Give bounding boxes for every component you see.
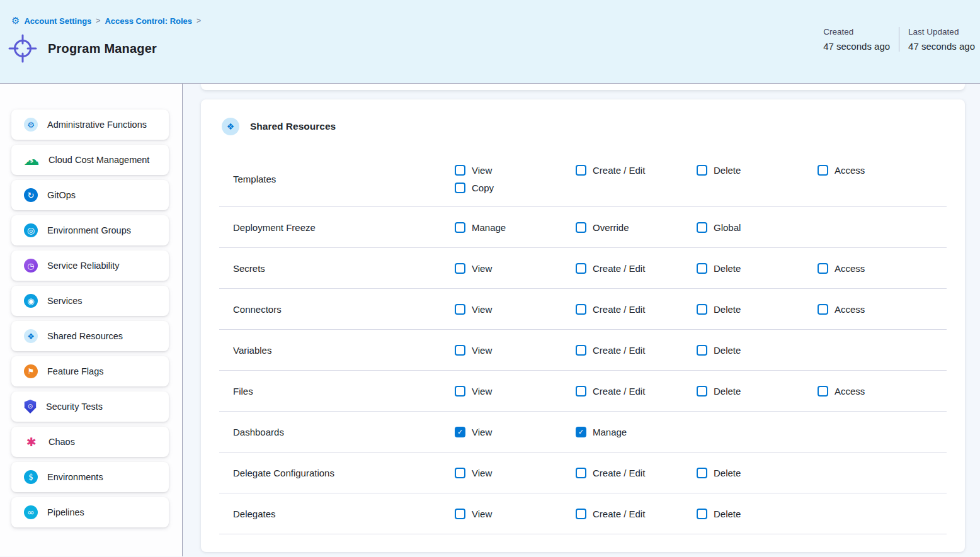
environment-groups-icon: ◎ bbox=[24, 223, 38, 237]
checkbox-dashboards-view[interactable] bbox=[455, 427, 465, 437]
checkbox-files-delete[interactable] bbox=[697, 386, 707, 397]
sidebar-item-pipelines[interactable]: ∞ Pipelines bbox=[11, 497, 169, 527]
sidebar-item-security-tests[interactable]: ⊙ Security Tests bbox=[11, 391, 169, 422]
sidebar-item-label: Services bbox=[47, 296, 83, 306]
sidebar-item-service-reliability[interactable]: ◷ Service Reliability bbox=[11, 250, 169, 281]
permission-option-label: Create / Edit bbox=[593, 468, 645, 478]
permission-option: View bbox=[455, 427, 576, 437]
permission-option: Delete bbox=[697, 509, 818, 519]
checkbox-delegates-delete[interactable] bbox=[697, 509, 707, 519]
checkbox-deployment-freeze-global[interactable] bbox=[697, 222, 707, 233]
checkbox-files-access[interactable] bbox=[818, 386, 828, 397]
permission-option: Manage bbox=[455, 222, 576, 233]
sidebar-item-shared-resources[interactable]: ❖ Shared Resources bbox=[11, 321, 169, 351]
checkbox-templates-create-edit[interactable] bbox=[576, 165, 586, 176]
sidebar-item-cloud-cost-management[interactable]: ☁$ Cloud Cost Management bbox=[11, 145, 169, 175]
permission-option: Create / Edit bbox=[576, 165, 697, 176]
permission-option: Delete bbox=[697, 386, 818, 397]
checkbox-secrets-create-edit[interactable] bbox=[576, 263, 586, 274]
checkbox-variables-delete[interactable] bbox=[697, 345, 707, 356]
permission-options: View Create / Edit Delete Access bbox=[455, 304, 938, 315]
permission-option: View bbox=[455, 263, 576, 274]
permission-options: Manage Override Global bbox=[455, 222, 818, 233]
sidebar-item-label: Pipelines bbox=[47, 507, 84, 517]
checkbox-connectors-access[interactable] bbox=[818, 304, 828, 315]
checkbox-delegates-view[interactable] bbox=[455, 509, 465, 519]
sidebar-item-label: Shared Resources bbox=[47, 331, 123, 341]
checkbox-secrets-delete[interactable] bbox=[697, 263, 707, 274]
checkbox-secrets-view[interactable] bbox=[455, 263, 465, 274]
checkbox-delegate-configurations-create-edit[interactable] bbox=[576, 468, 586, 478]
checkbox-delegate-configurations-delete[interactable] bbox=[697, 468, 707, 478]
permission-option-label: Access bbox=[835, 304, 865, 315]
permission-option-label: View bbox=[472, 263, 492, 274]
sidebar-item-environments[interactable]: $ Environments bbox=[11, 462, 169, 492]
sidebar-item-label: Security Tests bbox=[46, 402, 103, 412]
checkbox-templates-copy[interactable] bbox=[455, 183, 465, 193]
permission-option-label: Manage bbox=[472, 222, 506, 233]
permission-option: Copy bbox=[455, 183, 576, 193]
checkbox-deployment-freeze-override[interactable] bbox=[576, 222, 586, 233]
checkbox-files-view[interactable] bbox=[455, 386, 465, 397]
sidebar-item-label: Environment Groups bbox=[47, 225, 131, 235]
shared-resources-card: ❖ Shared Resources Templates View Create… bbox=[201, 99, 965, 552]
permission-option-label: Create / Edit bbox=[593, 509, 645, 519]
sidebar-item-environment-groups[interactable]: ◎ Environment Groups bbox=[11, 215, 169, 245]
gitops-icon: ↻ bbox=[24, 188, 38, 202]
sidebar-item-label: Chaos bbox=[48, 437, 75, 447]
permission-option-label: View bbox=[472, 304, 492, 315]
permission-option-label: Create / Edit bbox=[593, 165, 645, 176]
permission-option: View bbox=[455, 468, 576, 478]
admin-functions-icon: ⚙ bbox=[24, 118, 38, 132]
service-reliability-icon: ◷ bbox=[24, 259, 38, 273]
permission-line: View Create / Edit Delete Access bbox=[455, 386, 938, 397]
resource-label: Connectors bbox=[219, 304, 455, 315]
permission-option: Create / Edit bbox=[576, 263, 697, 274]
permission-line: View Manage bbox=[455, 427, 697, 437]
permission-option-label: Delete bbox=[714, 468, 741, 478]
breadcrumb-access-control-roles[interactable]: Access Control: Roles bbox=[105, 16, 192, 26]
page: ⚙ Account Settings > Access Control: Rol… bbox=[0, 0, 980, 556]
permission-option: Delete bbox=[697, 263, 818, 274]
permission-options: View Create / Edit Delete Access Copy bbox=[455, 165, 938, 193]
permission-option: View bbox=[455, 345, 576, 356]
checkbox-deployment-freeze-manage[interactable] bbox=[455, 222, 465, 233]
permission-option-label: Delete bbox=[714, 165, 741, 176]
sidebar-item-chaos[interactable]: ✱ Chaos bbox=[11, 427, 169, 457]
sidebar-item-gitops[interactable]: ↻ GitOps bbox=[11, 180, 169, 210]
permission-row-delegates: Delegates View Create / Edit Delete bbox=[219, 493, 947, 534]
resource-label: Files bbox=[219, 386, 455, 397]
resource-label: Secrets bbox=[219, 263, 455, 274]
sidebar-item-label: Cloud Cost Management bbox=[48, 155, 149, 165]
checkbox-templates-delete[interactable] bbox=[697, 165, 707, 176]
created-block: Created 47 seconds ago bbox=[814, 27, 899, 52]
sidebar-item-administrative-functions[interactable]: ⚙ Administrative Functions bbox=[11, 110, 169, 140]
cloud-cost-icon: ☁$ bbox=[24, 152, 39, 167]
sidebar-item-feature-flags[interactable]: ⚑ Feature Flags bbox=[11, 356, 169, 386]
checkbox-variables-view[interactable] bbox=[455, 345, 465, 356]
checkbox-secrets-access[interactable] bbox=[818, 263, 828, 274]
checkbox-templates-view[interactable] bbox=[455, 165, 465, 176]
permission-option-label: Create / Edit bbox=[593, 304, 645, 315]
permission-row-deployment-freeze: Deployment Freeze Manage Override Global bbox=[219, 207, 947, 248]
permission-option: View bbox=[455, 386, 576, 397]
permission-option: View bbox=[455, 509, 576, 519]
permission-line: Manage Override Global bbox=[455, 222, 818, 233]
resource-label: Variables bbox=[219, 345, 455, 356]
checkbox-connectors-view[interactable] bbox=[455, 304, 465, 315]
permission-option-label: Create / Edit bbox=[593, 386, 645, 397]
checkbox-connectors-create-edit[interactable] bbox=[576, 304, 586, 315]
checkbox-variables-create-edit[interactable] bbox=[576, 345, 586, 356]
permission-option-label: Delete bbox=[714, 263, 741, 274]
checkbox-files-create-edit[interactable] bbox=[576, 386, 586, 397]
checkbox-delegate-configurations-view[interactable] bbox=[455, 468, 465, 478]
permission-option: Create / Edit bbox=[576, 386, 697, 397]
pipelines-icon: ∞ bbox=[24, 505, 38, 519]
checkbox-connectors-delete[interactable] bbox=[697, 304, 707, 315]
checkbox-templates-access[interactable] bbox=[818, 165, 828, 176]
checkbox-delegates-create-edit[interactable] bbox=[576, 509, 586, 519]
sidebar-item-services[interactable]: ◉ Services bbox=[11, 286, 169, 316]
breadcrumb-account-settings[interactable]: Account Settings bbox=[24, 16, 91, 26]
permission-row-dashboards: Dashboards View Manage bbox=[219, 412, 947, 453]
checkbox-dashboards-manage[interactable] bbox=[576, 427, 586, 437]
